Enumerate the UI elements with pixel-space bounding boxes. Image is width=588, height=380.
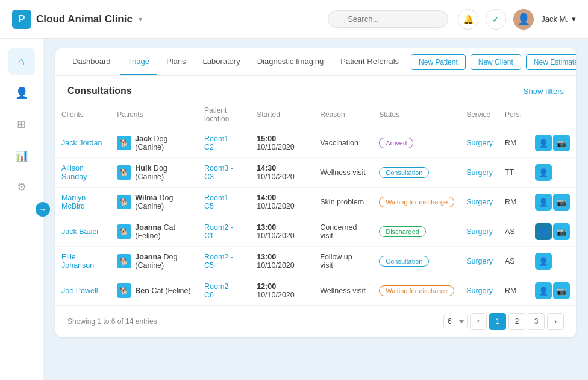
sidebar-collapse-arrow[interactable]: → [36,202,50,217]
tab-patient-referrals[interactable]: Patient Referrals [333,48,406,75]
consultations-header: Consultations Show filters [55,76,576,101]
cell-reason: Wellness visit [314,158,373,188]
client-link[interactable]: Jack Jordan [61,139,102,147]
user-menu[interactable]: Jack M. ▾ [541,14,576,24]
tab-plans[interactable]: Plans [159,48,193,75]
location-link[interactable]: Room1 - C5 [204,194,233,211]
action-camera-icon[interactable]: 📷 [553,194,570,211]
cell-patient: 🐕 Jack Dog (Canine) [111,128,198,158]
cell-reason: Follow up visit [314,247,373,276]
service-link[interactable]: Surgery [466,257,493,265]
consultations-title: Consultations [67,86,132,97]
show-filters-button[interactable]: Show filters [524,87,564,96]
page-size-select[interactable]: 6 10 25 [443,315,468,328]
sidebar-item-grid[interactable]: ⊞ [8,111,35,138]
brand-chevron-icon[interactable]: ▾ [139,15,142,24]
start-time: 13:00 [257,223,276,232]
table-header-row: Clients Patients Patient location Starte… [55,101,576,128]
service-link[interactable]: Surgery [466,287,493,295]
cell-actions: 👤📷 [528,188,576,217]
tab-triage[interactable]: Triage [120,48,157,75]
cell-service: Surgery [460,217,499,247]
start-time: 15:00 [257,135,276,143]
patient-icon: 🐕 [117,165,131,180]
action-person-icon[interactable]: 👤 [535,135,552,151]
client-link[interactable]: Marilyn McBird [61,194,86,211]
tab-actions: New Patient New Client New Estimate Add … [411,49,576,75]
new-client-button[interactable]: New Client [471,54,521,70]
pagination-prev-button[interactable]: ‹ [470,313,487,330]
action-camera-icon[interactable]: 📷 [553,135,570,151]
pagination-page-2[interactable]: 2 [508,313,525,330]
search-wrapper [328,10,448,28]
cell-service: Surgery [460,247,499,276]
patient-icon: 🐕 [117,283,131,298]
service-link[interactable]: Surgery [466,168,493,177]
cell-started: 15:00 10/10/2020 [251,128,314,158]
tab-laboratory[interactable]: Laboratory [196,48,248,75]
client-link[interactable]: Jack Bauer [61,227,99,236]
brand: P Cloud Animal Clinic ▾ [12,10,328,29]
action-person-icon[interactable]: 👤 [535,194,552,211]
location-link[interactable]: Room3 - C3 [204,164,233,181]
cell-client: Jack Jordan [55,128,111,158]
action-camera-icon[interactable]: 📷 [553,223,570,240]
cell-patient: 🐕 Joanna Dog (Canine) [111,247,198,276]
cell-started: 14:00 10/10/2020 [251,188,314,217]
notification-button[interactable]: 🔔 [458,9,478,30]
service-link[interactable]: Surgery [466,227,493,236]
cell-reason: Concerned visit [314,217,373,247]
cell-reason: Vaccination [314,128,373,158]
tab-diagnostic-imaging[interactable]: Diagnostic Imaging [250,48,331,75]
cell-patient: 🐕 Wilma Dog (Canine) [111,188,198,217]
location-link[interactable]: Room2 - C6 [204,282,233,299]
service-link[interactable]: Surgery [466,139,493,147]
status-badge: Waiting for discharge [379,197,454,207]
status-badge: Arrived [379,138,413,148]
table-row: Ellie Johanson 🐕 Joanna Dog (Canine) Roo… [55,247,576,276]
pagination-bar: Showing 1 to 6 of 14 entries 6 10 25 ‹ 1… [55,305,576,337]
sidebar-item-home[interactable]: ⌂ [8,48,35,75]
client-link[interactable]: Ellie Johanson [61,253,94,270]
location-link[interactable]: Room1 - C2 [204,135,233,151]
cell-client: Joe Powell [55,276,111,306]
action-person-icon[interactable]: 👤 [535,282,552,299]
cell-status: Waiting for discharge [373,188,460,217]
new-estimate-button[interactable]: New Estimate [526,54,576,70]
check-button[interactable]: ✓ [486,9,506,30]
cell-pers: AS [499,217,528,247]
cell-started: 13:00 10/10/2020 [251,217,314,247]
patient-name: Wilma Dog (Canine) [135,194,192,211]
col-status: Status [373,101,460,128]
table-row: Jack Bauer 🐕 Joanna Cat (Feline) Room2 -… [55,217,576,247]
client-link[interactable]: Joe Powell [61,287,98,295]
action-person-icon[interactable]: 👤 [535,253,552,270]
col-pers: Pers. [499,101,528,128]
sidebar-item-clients[interactable]: 👤 [8,80,35,106]
cell-client: Allison Sunday [55,158,111,188]
nav-icons: 🔔 ✓ 👤 Jack M. ▾ [458,9,576,30]
sidebar-item-reports[interactable]: 📊 [8,142,35,169]
tab-dashboard[interactable]: Dashboard [65,48,118,75]
sidebar-item-settings[interactable]: ⚙ [8,174,35,200]
cell-status: Consultation [373,247,460,276]
start-time: 14:30 [257,164,276,173]
action-person-icon[interactable]: 👤 [535,164,552,181]
status-badge: Consultation [379,167,429,178]
action-camera-icon[interactable]: 📷 [553,282,570,299]
service-link[interactable]: Surgery [466,198,493,206]
pagination-page-1[interactable]: 1 [489,313,506,330]
location-link[interactable]: Room2 - C5 [204,253,233,270]
cell-pers: RM [499,276,528,306]
pagination-page-3[interactable]: 3 [528,313,545,330]
col-reason: Reason [314,101,373,128]
table-row: Marilyn McBird 🐕 Wilma Dog (Canine) Room… [55,188,576,217]
new-patient-button[interactable]: New Patient [411,54,466,70]
action-person-dark-icon[interactable]: 👤 [535,223,552,240]
pagination-next-button[interactable]: › [547,313,564,330]
cell-reason: Wellness visit [314,276,373,306]
table-row: Joe Powell 🐕 Ben Cat (Feline) Room2 - C6… [55,276,576,306]
search-input[interactable] [328,10,448,28]
client-link[interactable]: Allison Sunday [61,164,87,181]
location-link[interactable]: Room2 - C1 [204,223,233,240]
